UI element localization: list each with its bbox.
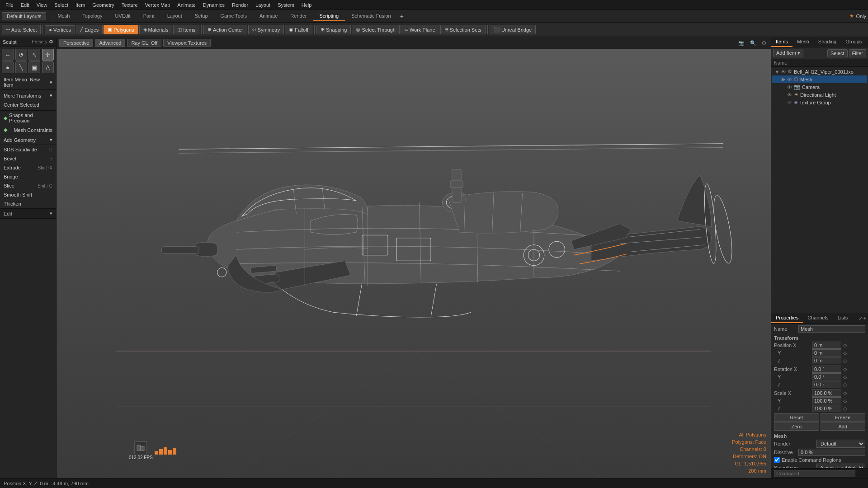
smoothing-dropdown[interactable]: Always Enabled — [816, 464, 865, 468]
snaps-precision-item[interactable]: ◆ Snaps and Precision — [0, 111, 56, 125]
tool-edge[interactable]: ╲ — [15, 61, 27, 73]
tab-gametools[interactable]: Game Tools — [214, 11, 254, 21]
scale-y-key-icon[interactable]: ◇ — [843, 398, 847, 404]
rot-z-key-icon[interactable]: ◇ — [843, 382, 847, 388]
command-input[interactable] — [774, 470, 855, 477]
tool-rotate[interactable]: ↺ — [15, 49, 27, 61]
tab-uvedit[interactable]: UVEdit — [108, 11, 137, 21]
props-expand-icon[interactable]: ⤢ — [859, 315, 863, 321]
slice-item[interactable]: Slice Shift+C — [0, 181, 56, 190]
tool-move[interactable]: ↔ — [2, 49, 14, 61]
vp-icon-cam[interactable]: 📷 — [736, 39, 746, 47]
thicken-item[interactable]: Thicken — [0, 199, 56, 208]
reset-button[interactable]: Reset — [774, 413, 819, 422]
extrude-item[interactable]: Extrude Shift+X — [0, 163, 56, 172]
menu-dynamics[interactable]: Dynamics — [199, 1, 228, 9]
layouts-dropdown[interactable]: Default Layouts — [2, 12, 46, 20]
menu-help[interactable]: Help — [298, 1, 316, 9]
render-dropdown[interactable]: Default — [816, 440, 865, 448]
scale-x-key-icon[interactable]: ◇ — [843, 390, 847, 396]
viewport-textures-button[interactable]: Viewport Textures — [163, 39, 211, 47]
scene-tab-groups[interactable]: Groups — [841, 37, 866, 47]
auto-select-button[interactable]: ⊹ Auto Select — [2, 25, 41, 34]
advanced-button[interactable]: Advanced — [95, 39, 125, 47]
props-tab-properties[interactable]: Properties — [771, 313, 803, 323]
tool-scale[interactable]: ⤡ — [28, 49, 40, 61]
pos-y-key-icon[interactable]: ◇ — [843, 350, 847, 356]
menu-system[interactable]: System — [274, 1, 298, 9]
rot-y-input[interactable] — [812, 373, 841, 380]
pos-z-input[interactable] — [812, 357, 841, 364]
name-input[interactable] — [798, 325, 865, 333]
selection-sets-button[interactable]: ⊟ Selection Sets — [440, 25, 486, 34]
tab-layout[interactable]: Layout — [161, 11, 189, 21]
menu-layout[interactable]: Layout — [252, 1, 274, 9]
falloff-button[interactable]: ◉ Falloff — [285, 25, 312, 34]
scale-z-input[interactable] — [812, 405, 841, 412]
materials-button[interactable]: ◈ Materials — [139, 25, 173, 34]
item-menu-dropdown[interactable]: Item Menu: New Item ▾ — [0, 75, 56, 89]
action-center-button[interactable]: ⊕ Action Center — [203, 25, 247, 34]
menu-item[interactable]: Item — [72, 1, 89, 9]
tab-setup[interactable]: Setup — [189, 11, 214, 21]
tab-schematic[interactable]: Schematic Fusion — [345, 11, 397, 21]
rot-x-key-icon[interactable]: ◇ — [843, 366, 847, 372]
tab-topology[interactable]: Topology — [76, 11, 108, 21]
bevel-item[interactable]: Bevel B — [0, 154, 56, 163]
menu-vertexmap[interactable]: Vertex Map — [142, 1, 174, 9]
add-item-button[interactable]: Add Item ▾ — [773, 49, 803, 57]
tree-item-camera[interactable]: 👁 📷 Camera — [772, 83, 867, 91]
tree-item-root[interactable]: ▼ 👁 ⚙ Bell_AH1Z_Viper_0001.lxo — [772, 68, 867, 75]
scale-y-input[interactable] — [812, 397, 841, 404]
dissolve-input[interactable] — [798, 449, 865, 456]
menu-select[interactable]: Select — [51, 1, 72, 9]
vp-icon-search[interactable]: 🔍 — [748, 39, 758, 47]
edit-section-header[interactable]: Edit ▾ — [0, 209, 56, 219]
tab-add-button[interactable]: + — [397, 13, 406, 20]
pos-x-input[interactable] — [812, 342, 841, 349]
menu-view[interactable]: View — [33, 1, 51, 9]
props-tab-channels[interactable]: Channels — [803, 313, 833, 323]
add-button[interactable]: Add — [821, 422, 866, 431]
tool-polygon[interactable]: ▣ — [28, 61, 40, 73]
menu-texture[interactable]: Texture — [118, 1, 142, 9]
menu-edit[interactable]: Edit — [17, 1, 33, 9]
rot-x-input[interactable] — [812, 366, 841, 373]
rot-y-key-icon[interactable]: ◇ — [843, 374, 847, 380]
heli-container[interactable]: .heli-wire { fill: none; stroke: #ccc; s… — [57, 49, 771, 478]
enable-cmd-regions-checkbox[interactable] — [774, 457, 780, 463]
tool-transform[interactable]: ✛ — [42, 49, 54, 61]
center-selected-item[interactable]: Center Selected — [0, 100, 56, 109]
bridge-item[interactable]: Bridge — [0, 172, 56, 181]
snapping-button[interactable]: ⊞ Snapping — [316, 25, 351, 34]
menu-geometry[interactable]: Geometry — [89, 1, 118, 9]
tool-vertex[interactable]: ● — [2, 61, 14, 73]
tab-render[interactable]: Render — [284, 11, 313, 21]
symmetry-button[interactable]: ⇔ Symmetry — [248, 25, 284, 34]
viewport[interactable]: Perspective Advanced Ray GL: Off Viewpor… — [57, 37, 771, 478]
tree-item-dirlight[interactable]: 👁 ☀ Directional Light — [772, 91, 867, 99]
unreal-bridge-button[interactable]: ⬛ Unreal Bridge — [490, 25, 536, 34]
tree-item-mesh[interactable]: ▶ 👁 ⬡ Mesh — [772, 75, 867, 83]
pos-x-key-icon[interactable]: ◇ — [843, 343, 847, 348]
more-transforms-item[interactable]: More Transforms ▾ — [0, 91, 56, 100]
items-button[interactable]: ◫ Items — [173, 25, 199, 34]
mesh-constraints-item[interactable]: ◆ Mesh Constraints — [0, 125, 56, 135]
smooth-shift-item[interactable]: Smooth Shift — [0, 190, 56, 199]
tree-item-texgroup[interactable]: 👁 ◈ Texture Group — [772, 99, 867, 106]
scene-tab-mesh[interactable]: Mesh — [793, 37, 814, 47]
zero-button[interactable]: Zero — [774, 422, 819, 431]
ray-gl-button[interactable]: Ray GL: Off — [127, 39, 161, 47]
sculpt-settings-icon[interactable]: ⚙ — [49, 39, 53, 45]
menu-render[interactable]: Render — [228, 1, 252, 9]
tool-paint[interactable]: A — [42, 61, 54, 73]
perspective-button[interactable]: Perspective — [59, 39, 93, 47]
scale-x-input[interactable] — [812, 389, 841, 397]
tab-paint[interactable]: Paint — [137, 11, 161, 21]
props-tab-lists[interactable]: Lists — [833, 313, 853, 323]
tab-mesh[interactable]: Mesh — [51, 11, 76, 21]
scene-tab-items[interactable]: Items — [771, 37, 793, 47]
scale-z-key-icon[interactable]: ◇ — [843, 406, 847, 412]
props-add-icon[interactable]: + — [863, 315, 866, 321]
edges-button[interactable]: ╱ Edges — [76, 25, 103, 34]
